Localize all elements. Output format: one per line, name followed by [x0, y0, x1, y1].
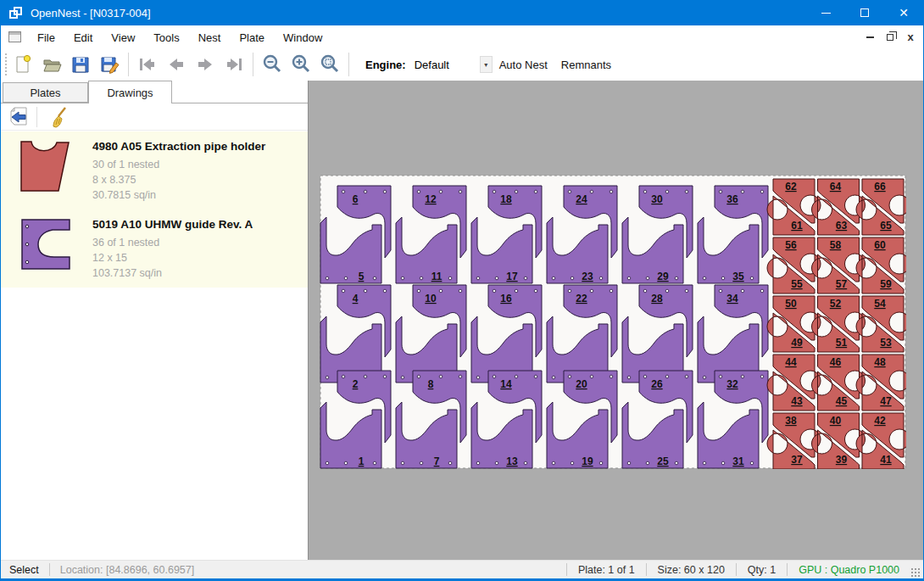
drawings-list: 4980 A05 Extraction pipe holder30 of 1 n… [1, 131, 308, 288]
mdi-minimize-button[interactable] [862, 30, 877, 45]
part-number: 4 [353, 293, 359, 304]
part-number: 60 [874, 239, 886, 251]
document-icon[interactable] [8, 31, 21, 42]
first-plate-button[interactable] [133, 51, 162, 78]
zoom-out-icon [261, 53, 283, 75]
drill-hole [685, 190, 688, 193]
drill-hole [373, 277, 376, 280]
main-toolbar: Engine: Default ▾ Auto Nest Remnants [1, 48, 923, 81]
last-plate-button[interactable] [220, 51, 248, 78]
drill-hole [448, 277, 452, 280]
part-number: 62 [785, 181, 797, 193]
drill-hole [534, 190, 537, 193]
drill-hole [571, 461, 574, 465]
part-number: 58 [830, 239, 842, 251]
drill-hole [534, 375, 537, 378]
menu-edit[interactable]: Edit [64, 28, 102, 47]
nest-canvas[interactable]: 6512111817242330293635431091615222128273… [308, 81, 924, 560]
zoom-out-button[interactable] [258, 51, 287, 78]
part-number: 30 [651, 193, 663, 205]
part-number: 40 [830, 415, 842, 427]
part-number: 20 [576, 378, 587, 390]
drill-hole [610, 375, 613, 378]
close-button[interactable]: ✕ [884, 0, 923, 25]
zoom-fit-button[interactable] [315, 51, 344, 78]
save-button[interactable] [66, 51, 95, 78]
part-number: 65 [880, 220, 892, 232]
maximize-button[interactable] [845, 0, 884, 25]
drill-hole [342, 375, 345, 378]
drawing-item[interactable]: 4980 A05 Extraction pipe holder30 of 1 n… [1, 131, 308, 209]
drill-hole [515, 375, 518, 378]
mdi-close-button[interactable]: x [903, 30, 918, 45]
drill-hole [760, 375, 764, 378]
save-as-button[interactable] [95, 51, 124, 78]
menu-window[interactable]: Window [274, 28, 331, 47]
next-plate-button[interactable] [191, 51, 220, 78]
zoom-fit-icon [319, 53, 341, 75]
drawing-item[interactable]: 5019 A10 UHMW guide Rev. A36 of 1 nested… [1, 209, 308, 288]
drawing-size: 8 x 8.375 [92, 172, 303, 187]
drill-hole [493, 375, 496, 378]
zoom-in-button[interactable] [287, 51, 315, 78]
tab-strip: Plates Drawings [1, 81, 308, 103]
part-number: 12 [425, 193, 437, 205]
left-panel: Plates Drawings 4980 A05 Extraction pipe… [1, 81, 308, 560]
part-number: 49 [791, 337, 803, 349]
drill-hole [524, 461, 527, 465]
new-file-button[interactable] [8, 51, 37, 78]
menu-plate[interactable]: Plate [230, 28, 274, 47]
drill-hole [741, 375, 744, 378]
previous-plate-button[interactable] [162, 51, 191, 78]
drill-hole [590, 289, 593, 293]
engine-label: Engine: [365, 59, 406, 71]
clear-drawings-button[interactable] [46, 105, 73, 129]
window-title: OpenNest - [N0317-004] [31, 7, 151, 20]
drill-hole [665, 289, 669, 293]
drill-hole [719, 190, 722, 193]
drawings-toolbar [1, 103, 308, 131]
part-number: 52 [830, 298, 842, 310]
open-file-button[interactable] [37, 51, 66, 78]
drill-hole [495, 461, 498, 465]
remnants-button[interactable]: Remnants [554, 53, 618, 76]
drill-hole [721, 461, 725, 465]
drill-hole [646, 461, 649, 465]
menu-view[interactable]: View [102, 28, 144, 47]
drill-hole [552, 376, 555, 379]
part-number: 48 [874, 356, 886, 368]
drill-hole [719, 289, 722, 293]
drill-hole [493, 289, 496, 293]
drill-hole [401, 461, 404, 465]
tab-plates[interactable]: Plates [3, 82, 88, 103]
menu-nest[interactable]: Nest [189, 28, 231, 47]
part-number: 37 [791, 454, 803, 466]
engine-select[interactable]: Default ▾ [411, 54, 493, 75]
menu-tools[interactable]: Tools [144, 28, 188, 47]
auto-nest-button[interactable]: Auto Nest [493, 53, 554, 76]
part-number: 28 [651, 293, 663, 304]
import-drawing-button[interactable] [6, 105, 33, 129]
part-number: 56 [785, 239, 797, 251]
resize-grip[interactable] [910, 567, 921, 578]
drill-hole [383, 375, 387, 378]
tab-drawings[interactable]: Drawings [88, 81, 172, 103]
part-number: 38 [785, 415, 797, 427]
mdi-restore-button[interactable] [882, 30, 898, 45]
menu-file[interactable]: File [28, 28, 64, 47]
drill-hole [568, 289, 571, 293]
app-icon [9, 7, 23, 20]
minimize-icon [866, 36, 874, 38]
plate: 6512111817242330293635431091615222128273… [320, 175, 906, 469]
broom-icon [48, 106, 70, 128]
drill-hole [476, 277, 480, 280]
drill-hole [326, 277, 329, 280]
part-number: 31 [732, 455, 744, 467]
drill-hole [599, 461, 603, 465]
drill-hole [675, 277, 678, 280]
drill-hole [417, 375, 420, 378]
minimize-button[interactable] [806, 0, 845, 25]
drill-hole [493, 190, 496, 193]
drawing-nested-count: 36 of 1 nested [92, 235, 303, 250]
drill-hole [364, 190, 367, 193]
